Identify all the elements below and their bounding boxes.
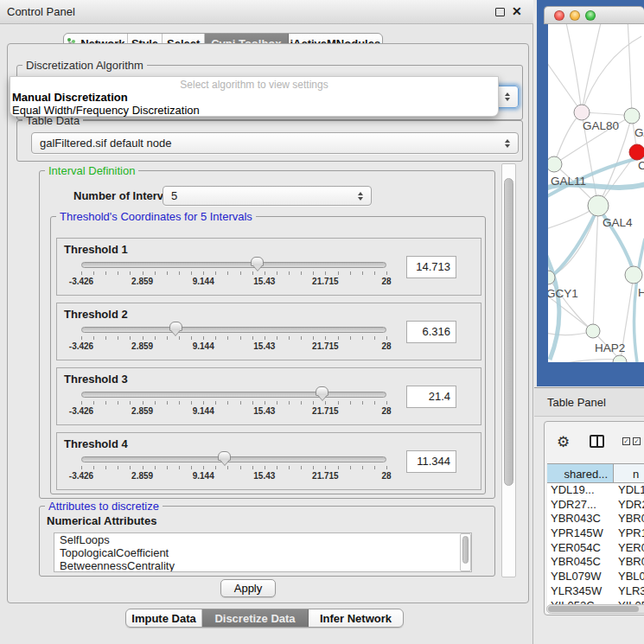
zoom-traffic-light-icon[interactable] (585, 10, 596, 21)
combo-arrows-icon (358, 189, 363, 203)
table-row[interactable]: YBR045CYBR045C (547, 555, 644, 570)
tick-label: 9.144 (193, 277, 214, 286)
tick-mark (81, 466, 82, 469)
cell-shared-name[interactable]: YDL19... (547, 483, 614, 498)
minimize-traffic-light-icon[interactable] (570, 10, 580, 21)
slider-thumb[interactable] (316, 386, 328, 396)
tick-mark (362, 466, 363, 469)
attribute-item[interactable]: BetweennessCentrality (54, 559, 471, 572)
network-edge-highlighted[interactable] (634, 239, 644, 362)
checkbox-icon[interactable]: ✓ (622, 437, 630, 445)
cell-name[interactable]: YLR345W (614, 584, 644, 599)
tick-mark (350, 466, 351, 469)
slider-track[interactable] (81, 327, 386, 333)
tick-mark (325, 336, 326, 340)
network-edge[interactable] (628, 24, 632, 116)
column-header-shared-name[interactable]: shared... (547, 464, 614, 482)
network-node-green[interactable] (625, 266, 642, 284)
network-node-green[interactable] (586, 324, 600, 338)
network-edge-highlighted[interactable] (548, 207, 598, 279)
float-icon[interactable] (495, 8, 505, 16)
network-edge[interactable] (548, 359, 621, 362)
network-node-green[interactable] (613, 355, 627, 362)
tick-mark (227, 336, 228, 340)
apply-button[interactable]: Apply (220, 579, 276, 597)
tick-mark (81, 336, 82, 340)
network-node-green[interactable] (624, 108, 640, 124)
tick-mark (155, 466, 156, 469)
slider-thumb[interactable] (169, 322, 182, 331)
numerical-attributes-list[interactable]: SelfLoopsTopologicalCoefficientBetweenne… (54, 532, 472, 572)
threshold-label: Threshold 2 (64, 308, 128, 321)
network-edge[interactable] (548, 206, 598, 277)
threshold-value-field[interactable]: 14.713 (406, 256, 456, 278)
network-view-window: GAL80GACGAL11GAL4GCY1HHAP2 (537, 0, 644, 386)
cell-shared-name[interactable]: YDR27... (547, 498, 614, 513)
tick-mark (386, 466, 387, 469)
table-row[interactable]: YBL079WYBL079W (547, 570, 644, 584)
tick-label: 28 (381, 341, 391, 351)
network-node-green[interactable] (548, 156, 562, 172)
network-node-red[interactable] (629, 144, 644, 160)
slider-track[interactable] (81, 392, 386, 398)
tick-mark (130, 466, 131, 469)
network-node-pink[interactable] (574, 105, 590, 120)
slider-track[interactable] (81, 262, 386, 268)
threshold-panel-4: Threshold 4-3.4262.8599.14415.4321.71528… (56, 432, 481, 490)
table-row[interactable]: YDR27...YDR27... (547, 498, 644, 513)
table-horizontal-scrollbar[interactable] (546, 604, 644, 614)
table-data-combobox[interactable]: galFiltered.sif default node (31, 132, 519, 154)
column-header-name[interactable]: n (614, 464, 644, 482)
slider-track[interactable] (81, 456, 386, 462)
split-table-icon[interactable] (590, 435, 604, 448)
network-edge[interactable] (582, 24, 602, 112)
popup-item-manual-discretization[interactable]: Manual Discretization (10, 91, 498, 104)
cell-shared-name[interactable]: YBR045C (547, 555, 614, 570)
network-edge[interactable] (548, 57, 582, 112)
cell-shared-name[interactable]: YER054C (547, 541, 614, 556)
threshold-value-field[interactable]: 11.344 (406, 450, 456, 473)
network-edge[interactable] (565, 24, 582, 112)
table-row[interactable]: YLR345WYLR345W (547, 584, 644, 599)
close-icon[interactable]: ✕ (512, 4, 522, 18)
popup-item-equal-width-frequency-discretization[interactable]: Equal Width/Frequency Discretization (10, 104, 498, 117)
cell-name[interactable]: YBR043C (614, 512, 644, 526)
tab-impute-data[interactable]: Impute Data (126, 609, 202, 627)
cell-shared-name[interactable]: YLR345W (547, 584, 614, 599)
network-edge[interactable] (593, 206, 598, 331)
cell-shared-name[interactable]: YBR043C (547, 512, 614, 526)
cell-shared-name[interactable]: YPR145W (547, 526, 614, 541)
slider-thumb[interactable] (218, 451, 231, 461)
slider-thumb[interactable] (251, 257, 264, 266)
tab-discretize-data[interactable]: Discretize Data (202, 609, 309, 627)
cell-name[interactable]: YPR145W (614, 526, 644, 541)
attribute-item[interactable]: SelfLoops (54, 533, 471, 546)
table-row[interactable]: YDL19...YDL19... (547, 483, 644, 498)
attributes-group: Attributes to discretize Numerical Attri… (39, 506, 495, 577)
table-row[interactable]: YPR145WYPR145W (547, 526, 644, 541)
tab-infer-network[interactable]: Infer Network (309, 609, 403, 627)
cell-shared-name[interactable]: YBL079W (547, 570, 614, 584)
tick-label: -3.426 (69, 471, 93, 481)
attributes-list-scrollbar[interactable] (460, 533, 471, 571)
threshold-value-field[interactable]: 21.4 (406, 386, 456, 408)
threshold-value-field[interactable]: 6.316 (406, 321, 456, 343)
settings-scrollbar[interactable] (501, 163, 516, 577)
tick-mark (362, 336, 363, 340)
cell-name[interactable]: YDR27... (614, 498, 644, 513)
number-of-intervals-combobox[interactable]: 5 (163, 186, 372, 206)
table-row[interactable]: YBR043CYBR043C (547, 512, 644, 526)
table-row[interactable]: YER054CYER054C (547, 541, 644, 556)
gear-icon[interactable]: ⚙ (557, 433, 570, 451)
cell-name[interactable]: YBL079W (614, 570, 644, 584)
cell-name[interactable]: YER054C (614, 541, 644, 556)
network-edge[interactable] (554, 112, 582, 164)
cell-name[interactable]: YDL19... (614, 483, 644, 498)
attribute-item[interactable]: TopologicalCoefficient (54, 546, 471, 559)
network-node-green[interactable] (588, 195, 609, 216)
close-traffic-light-icon[interactable] (554, 10, 564, 21)
network-edge[interactable] (582, 36, 641, 112)
cell-name[interactable]: YBR045C (614, 555, 644, 570)
checkbox-icon[interactable]: ✓ (633, 437, 641, 445)
network-canvas[interactable]: GAL80GACGAL11GAL4GCY1HHAP2 (548, 24, 644, 362)
